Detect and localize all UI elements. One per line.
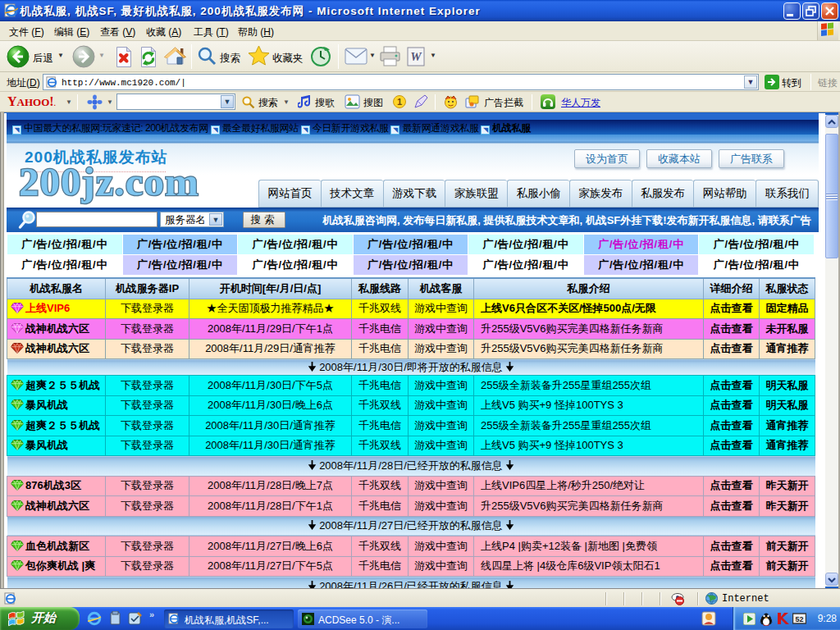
svg-text:200jz.com: 200jz.com	[19, 159, 199, 204]
svg-text:52: 52	[795, 615, 803, 623]
svg-text:W: W	[410, 50, 422, 63]
svg-text:1: 1	[397, 97, 402, 107]
